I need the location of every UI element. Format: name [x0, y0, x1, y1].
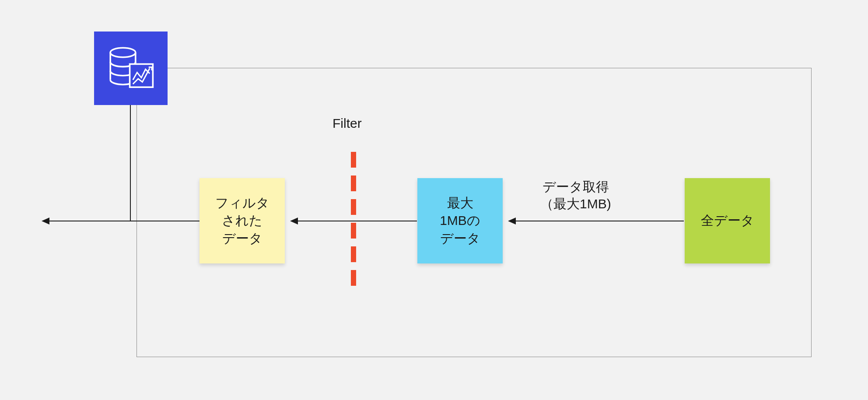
- icon-connector-line: [130, 105, 131, 221]
- note-filtered-text: フィルタ された データ: [215, 194, 270, 248]
- database-svg: [105, 42, 157, 95]
- diagram-canvas: Filter フィルタ された データ 最大 1MBの データ 全データ データ…: [0, 0, 868, 400]
- filter-label: Filter: [332, 116, 362, 131]
- arrow-alldata-to-max1mb: [509, 221, 684, 221]
- arrow-filtered-out: [42, 221, 200, 221]
- note-max1mb-text: 最大 1MBの データ: [440, 194, 480, 248]
- arrow-label-fetch: データ取得 （最大1MB): [540, 178, 611, 212]
- filter-dashed-line: [351, 152, 356, 293]
- note-filtered-data: フィルタ された データ: [200, 178, 285, 263]
- arrow-max1mb-to-filtered: [291, 221, 417, 221]
- note-max-1mb-data: 最大 1MBの データ: [417, 178, 503, 263]
- note-all-data: 全データ: [685, 178, 770, 263]
- svg-point-0: [110, 48, 136, 57]
- database-analytics-icon: [94, 32, 168, 105]
- note-alldata-text: 全データ: [701, 212, 754, 230]
